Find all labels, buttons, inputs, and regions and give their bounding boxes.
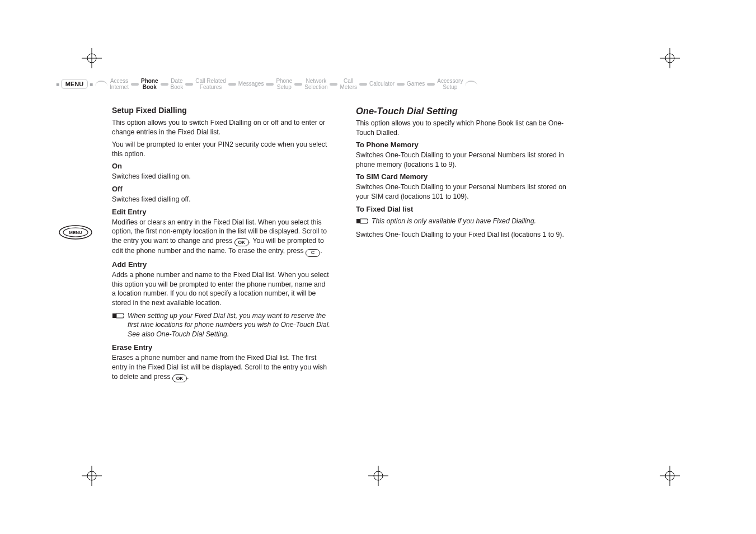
- breadcrumb: ■ MENU ■ AccessInternet PhoneBook DateBo…: [56, 78, 660, 90]
- nav-separator-icon: [266, 83, 274, 86]
- svg-point-3: [665, 54, 674, 63]
- body-text: Modifies or clears an entry in the Fixed…: [112, 218, 330, 257]
- body-text: Erases a phone number and name from the …: [112, 353, 330, 382]
- right-column: One-Touch Dial Setting This option allow…: [356, 106, 574, 386]
- crop-mark-bc: [367, 465, 389, 487]
- heading-erase-entry: Erase Entry: [112, 343, 330, 352]
- crop-mark-br: [659, 465, 681, 487]
- heading-to-sim-card-memory: To SIM Card Memory: [356, 172, 574, 181]
- body-text: Switches fixed dialling off.: [112, 195, 330, 204]
- nav-item-phone-book: PhoneBook: [141, 78, 158, 90]
- body-text: This option allows you to specify which …: [356, 119, 574, 137]
- svg-point-6: [87, 471, 96, 480]
- body-text: Switches One-Touch Dialling to your Pers…: [356, 182, 574, 201]
- heading-on: On: [112, 162, 330, 170]
- ok-key-icon: OK: [172, 374, 187, 382]
- nav-item-call-meters: CallMeters: [340, 78, 357, 90]
- heading-to-fixed-dial-list: To Fixed Dial list: [356, 205, 574, 213]
- note-text: When setting up your Fixed Dial list, yo…: [128, 311, 330, 339]
- svg-point-9: [665, 471, 674, 480]
- nav-separator-icon: [294, 83, 302, 86]
- note-text: This option is only available if you hav…: [372, 217, 536, 226]
- note-hand-icon: [356, 217, 368, 225]
- nav-item-calculator: Calculator: [369, 81, 395, 87]
- heading-add-entry: Add Entry: [112, 260, 330, 269]
- crop-mark-bl: [81, 465, 103, 487]
- nav-item-accessory-setup: AccessorySetup: [437, 78, 463, 90]
- nav-separator-icon: [131, 83, 139, 86]
- nav-separator-icon: [161, 83, 168, 86]
- nav-menu-label: MENU: [61, 79, 88, 89]
- menu-key-icon: MENU: [59, 225, 92, 242]
- nav-bullet: ■: [56, 81, 59, 87]
- nav-swoosh-icon: [95, 81, 107, 88]
- svg-rect-18: [112, 313, 116, 318]
- nav-item-access-internet: AccessInternet: [110, 78, 129, 90]
- heading-edit-entry: Edit Entry: [112, 208, 330, 216]
- note: When setting up your Fixed Dial list, yo…: [112, 311, 330, 339]
- svg-point-12: [374, 471, 383, 480]
- nav-swoosh-icon: [465, 81, 477, 88]
- body-text: You will be prompted to enter your PIN2 …: [112, 140, 330, 158]
- note-hand-icon: [112, 312, 124, 320]
- c-key-icon: C: [306, 249, 320, 257]
- nav-bullet: ■: [90, 81, 93, 87]
- body-text: Adds a phone number and name to the Fixe…: [112, 270, 330, 307]
- nav-separator-icon: [185, 83, 193, 86]
- body-text: This option allows you to switch Fixed D…: [112, 118, 330, 137]
- nav-item-call-related-features: Call RelatedFeatures: [195, 78, 226, 90]
- crop-mark-tl: [81, 47, 103, 69]
- heading-to-phone-memory: To Phone Memory: [356, 140, 574, 149]
- page-content: ■ MENU ■ AccessInternet PhoneBook DateBo…: [112, 78, 660, 386]
- nav-item-messages: Messages: [238, 81, 264, 87]
- note: This option is only available if you hav…: [356, 217, 574, 226]
- nav-separator-icon: [330, 83, 337, 86]
- heading-off: Off: [112, 185, 330, 193]
- nav-separator-icon: [359, 83, 367, 86]
- nav-item-date-book: DateBook: [171, 78, 184, 90]
- svg-point-0: [87, 54, 96, 63]
- heading-one-touch-dial-setting: One-Touch Dial Setting: [356, 106, 574, 116]
- nav-separator-icon: [427, 83, 435, 86]
- crop-mark-tr: [659, 47, 681, 69]
- svg-text:MENU: MENU: [69, 230, 82, 235]
- nav-item-games: Games: [407, 81, 425, 87]
- ok-key-icon: OK: [234, 238, 249, 246]
- left-column: Setup Fixed Dialling This option allows …: [112, 106, 330, 386]
- nav-item-network-selection: NetworkSelection: [304, 78, 327, 90]
- body-text: Switches One-Touch Dialling to your Pers…: [356, 151, 574, 169]
- nav-separator-icon: [397, 83, 405, 86]
- nav-separator-icon: [228, 83, 236, 86]
- svg-rect-19: [356, 219, 360, 223]
- body-text: Switches One-Touch Dialling to your Fixe…: [356, 230, 574, 240]
- heading-setup-fixed-dialling: Setup Fixed Dialling: [112, 106, 330, 115]
- body-text: Switches fixed dialling on.: [112, 172, 330, 181]
- nav-item-phone-setup: PhoneSetup: [276, 78, 292, 90]
